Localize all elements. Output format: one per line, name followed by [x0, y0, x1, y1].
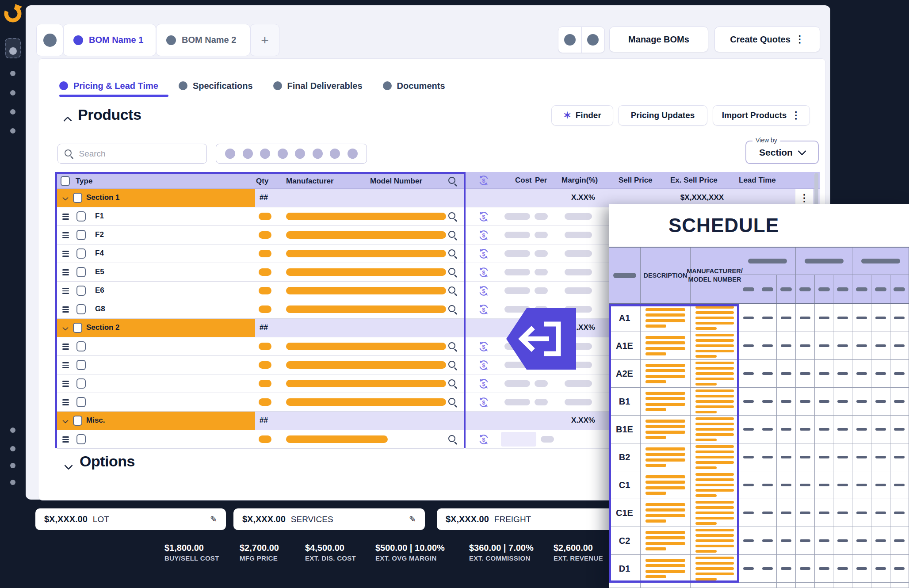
sidebar-nav-dot[interactable] — [10, 128, 15, 134]
pricing-updates-button[interactable]: Pricing Updates — [618, 105, 707, 126]
product-row-left[interactable] — [57, 393, 464, 412]
product-row-left[interactable]: F2 — [57, 226, 464, 244]
row-search-icon[interactable] — [448, 267, 458, 277]
row-checkbox[interactable] — [76, 230, 86, 240]
drag-handle-icon[interactable] — [62, 269, 69, 275]
bom-tab-1[interactable]: BOM Name 1 — [63, 24, 156, 56]
tab-specifications[interactable]: Specifications — [179, 81, 253, 91]
row-checkbox[interactable] — [76, 434, 86, 444]
app-logo-icon[interactable] — [3, 4, 23, 23]
row-checkbox[interactable] — [76, 248, 86, 259]
filter-chip-icon[interactable] — [295, 149, 305, 159]
add-bom-tab-button[interactable]: + — [250, 24, 279, 56]
sidebar-nav-dot[interactable] — [10, 109, 15, 115]
product-row-left[interactable] — [57, 374, 464, 393]
product-row-left[interactable] — [57, 337, 464, 356]
currency-refresh-icon[interactable]: $ — [478, 211, 489, 222]
section-row-left[interactable]: Misc.## — [57, 412, 464, 430]
bom-tab-2[interactable]: BOM Name 2 — [156, 24, 250, 56]
filter-chip-icon[interactable] — [225, 149, 235, 159]
drag-handle-icon[interactable] — [62, 344, 69, 350]
section-row-left[interactable]: Section 1## — [57, 189, 464, 207]
filter-chip-icon[interactable] — [278, 149, 288, 159]
bom-action-icon-button-2[interactable] — [581, 27, 605, 53]
drag-handle-icon[interactable] — [62, 381, 69, 387]
import-products-button[interactable]: Import Products ⋮ — [713, 105, 810, 126]
create-quotes-button[interactable]: Create Quotes ⋮ — [714, 27, 820, 52]
row-search-icon[interactable] — [448, 379, 458, 389]
currency-refresh-icon[interactable]: $ — [478, 285, 489, 297]
drag-handle-icon[interactable] — [62, 251, 69, 257]
finder-button[interactable]: ✶ Finder — [551, 105, 613, 126]
product-row-left[interactable] — [57, 356, 464, 374]
product-row-left[interactable] — [57, 430, 464, 449]
filter-chip-icon[interactable] — [348, 149, 358, 159]
product-row-left[interactable]: G8 — [57, 300, 464, 319]
row-search-icon[interactable] — [448, 212, 458, 221]
manage-boms-button[interactable]: Manage BOMs — [609, 27, 708, 52]
select-all-checkbox[interactable] — [61, 176, 70, 186]
row-checkbox[interactable] — [76, 211, 86, 221]
section-checkbox[interactable] — [73, 416, 82, 426]
row-search-icon[interactable] — [448, 305, 458, 314]
sidebar-nav-dot[interactable] — [10, 480, 15, 485]
row-search-icon[interactable] — [448, 286, 458, 296]
row-search-icon[interactable] — [448, 435, 458, 444]
filter-chip-icon[interactable] — [243, 149, 253, 159]
sidebar-item-active[interactable] — [5, 38, 21, 58]
search-input[interactable] — [78, 149, 200, 159]
edit-pencil-icon[interactable]: ✎ — [210, 514, 217, 524]
chevron-down-icon[interactable] — [62, 417, 69, 424]
cost-input-cell[interactable] — [501, 432, 536, 447]
currency-refresh-icon[interactable]: $ — [478, 248, 489, 260]
currency-refresh-icon[interactable]: $ — [478, 359, 489, 371]
row-search-icon[interactable] — [448, 397, 458, 407]
row-checkbox[interactable] — [76, 360, 86, 370]
chevron-down-icon[interactable] — [62, 195, 69, 201]
drag-handle-icon[interactable] — [62, 306, 69, 313]
bom-tab-home[interactable] — [36, 24, 63, 56]
row-search-icon[interactable] — [448, 360, 458, 370]
section-row-left[interactable]: Section 2## — [57, 319, 464, 337]
currency-refresh-icon[interactable]: $ — [478, 434, 489, 445]
product-row-left[interactable]: E5 — [57, 263, 464, 282]
section-checkbox[interactable] — [73, 323, 82, 333]
tab-final-deliverables[interactable]: Final Deliverables — [273, 81, 363, 91]
drag-handle-icon[interactable] — [62, 288, 69, 294]
drag-handle-icon[interactable] — [62, 232, 69, 238]
row-checkbox[interactable] — [76, 286, 86, 296]
sidebar-nav-dot[interactable] — [10, 90, 15, 95]
drag-handle-icon[interactable] — [62, 214, 69, 220]
bom-action-icon-button-1[interactable] — [558, 27, 581, 53]
filter-chip-icon[interactable] — [260, 149, 270, 159]
currency-refresh-icon[interactable]: $ — [478, 304, 489, 315]
row-checkbox[interactable] — [76, 267, 86, 277]
view-by-select[interactable]: View by Section — [745, 141, 819, 164]
product-row-left[interactable]: F4 — [57, 244, 464, 263]
section-checkbox[interactable] — [73, 193, 82, 203]
drag-handle-icon[interactable] — [62, 399, 69, 405]
row-checkbox[interactable] — [76, 304, 86, 314]
row-checkbox[interactable] — [76, 397, 86, 407]
tab-documents[interactable]: Documents — [383, 81, 445, 91]
row-checkbox[interactable] — [76, 378, 86, 389]
row-search-icon[interactable] — [448, 249, 458, 259]
kebab-icon[interactable]: ⋮ — [791, 111, 801, 120]
chevron-down-icon[interactable] — [62, 325, 69, 331]
product-row-left[interactable]: F1 — [57, 207, 464, 226]
tab-pricing-lead-time[interactable]: Pricing & Lead Time — [59, 81, 158, 91]
sidebar-nav-dot[interactable] — [10, 71, 15, 76]
currency-refresh-icon[interactable]: $ — [478, 397, 489, 408]
row-checkbox[interactable] — [76, 341, 86, 351]
row-search-icon[interactable] — [448, 230, 458, 240]
currency-refresh-icon[interactable]: $ — [478, 175, 489, 186]
currency-refresh-icon[interactable]: $ — [478, 229, 489, 241]
edit-pencil-icon[interactable]: ✎ — [409, 514, 416, 524]
currency-refresh-icon[interactable]: $ — [478, 378, 489, 389]
sidebar-nav-dot[interactable] — [10, 428, 15, 433]
drag-handle-icon[interactable] — [62, 436, 69, 443]
drag-handle-icon[interactable] — [62, 362, 69, 368]
sidebar-nav-dot[interactable] — [10, 463, 15, 468]
filter-chip-icon[interactable] — [330, 149, 340, 159]
column-search-icon[interactable] — [448, 176, 458, 186]
